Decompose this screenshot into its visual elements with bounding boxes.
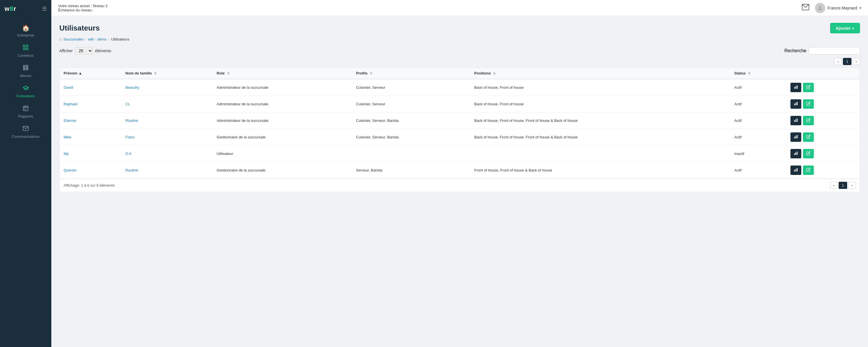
cell-role: Administrateur de la succursale xyxy=(213,96,352,112)
cell-nom[interactable]: CL xyxy=(122,96,213,112)
nom-link[interactable]: Beaudry xyxy=(125,85,139,90)
prenom-link[interactable]: David xyxy=(64,85,73,90)
pagination-bottom: ‹ 1 › xyxy=(830,182,856,189)
cell-actions xyxy=(786,112,860,129)
prenom-link[interactable]: Mike xyxy=(64,135,71,139)
col-positions[interactable]: Positions ⇅ xyxy=(470,68,730,79)
sort-positions-icon: ⇅ xyxy=(493,71,496,75)
hamburger-icon[interactable]: ☰ xyxy=(42,6,47,12)
edit-button[interactable] xyxy=(803,133,814,142)
stats-button[interactable] xyxy=(790,166,801,175)
pagination-top: ‹ 1 › xyxy=(834,58,860,65)
nom-link[interactable]: Folco xyxy=(125,135,134,139)
page-1-button-top[interactable]: 1 xyxy=(843,58,851,65)
edit-button[interactable] xyxy=(803,83,814,92)
cell-actions xyxy=(786,146,860,162)
mail-icon[interactable] xyxy=(802,4,809,12)
home-breadcrumb-icon: ⌂ xyxy=(59,37,62,41)
cell-prenom[interactable]: Mp xyxy=(60,146,122,162)
svg-rect-26 xyxy=(796,119,797,122)
edit-button[interactable] xyxy=(803,116,814,125)
svg-rect-29 xyxy=(796,136,797,138)
stats-button[interactable] xyxy=(790,116,801,125)
formations-icon xyxy=(23,85,29,93)
sidebar-item-rapports[interactable]: Rapports xyxy=(0,101,51,121)
prev-page-button-bottom[interactable]: ‹ xyxy=(830,182,837,189)
cell-status: Actif xyxy=(730,112,786,129)
prenom-link[interactable]: Mp xyxy=(64,151,69,156)
cell-status: Inactif xyxy=(730,146,786,162)
col-nom[interactable]: Nom de famille ⇅ xyxy=(122,68,213,79)
breadcrumb: ⌂ Succursales › w8r - démo › Utilisateur… xyxy=(59,37,860,41)
sort-status-icon: ⇅ xyxy=(748,71,750,75)
svg-rect-4 xyxy=(23,65,25,67)
cell-status: Actif xyxy=(730,129,786,146)
stats-button[interactable] xyxy=(790,83,801,92)
cell-nom[interactable]: Rauline xyxy=(122,112,213,129)
main-wrapper: Votre niveau actuel : Niveau 3 Échéance … xyxy=(51,0,868,347)
col-profils[interactable]: Profils ⇅ xyxy=(352,68,470,79)
prev-page-button-top[interactable]: ‹ xyxy=(834,58,842,65)
edit-button[interactable] xyxy=(803,166,814,175)
cell-status: Actif xyxy=(730,79,786,96)
stats-button[interactable] xyxy=(790,99,801,109)
sidebar-item-label: Contenus xyxy=(18,53,34,58)
col-status[interactable]: Status ⇅ xyxy=(730,68,786,79)
action-btns xyxy=(790,83,856,92)
search-input[interactable] xyxy=(809,47,860,55)
svg-rect-3 xyxy=(26,48,28,50)
next-page-button-top[interactable]: › xyxy=(852,58,860,65)
cell-nom[interactable]: Beaudry xyxy=(122,79,213,96)
cell-nom[interactable]: Rauline xyxy=(122,162,213,179)
nom-link[interactable]: D A xyxy=(125,151,131,156)
next-page-button-bottom[interactable]: › xyxy=(848,182,856,189)
svg-rect-28 xyxy=(794,137,795,138)
chart-icon xyxy=(23,44,29,52)
svg-rect-7 xyxy=(26,67,28,68)
topbar-due: Échéance du niveau : xyxy=(58,8,107,12)
cell-positions xyxy=(470,146,730,162)
sidebar-item-formations[interactable]: Formations xyxy=(0,81,51,101)
communications-icon xyxy=(23,125,29,133)
page-1-button-bottom[interactable]: 1 xyxy=(839,182,847,189)
cell-prenom[interactable]: Mike xyxy=(60,129,122,146)
cell-profils: Cuisinier, Serveur, Barista xyxy=(352,112,470,129)
sidebar-item-communications[interactable]: Communications xyxy=(0,121,51,142)
edit-button[interactable] xyxy=(803,99,814,109)
edit-button[interactable] xyxy=(803,149,814,158)
breadcrumb-demo[interactable]: w8r - démo xyxy=(88,37,106,41)
cell-nom[interactable]: Folco xyxy=(122,129,213,146)
sidebar-item-menus[interactable]: Menus xyxy=(0,60,51,81)
cell-prenom[interactable]: Raphael xyxy=(60,96,122,112)
prenom-link[interactable]: Raphael xyxy=(64,102,77,106)
sidebar-item-contenus[interactable]: Contenus xyxy=(0,40,51,60)
table-row: MikeFolcoGestionnaire de la succursaleCu… xyxy=(60,129,860,146)
user-profile[interactable]: Francis Maynard ▾ xyxy=(815,3,861,13)
cell-prenom[interactable]: Quentin xyxy=(60,162,122,179)
add-user-button[interactable]: Ajouter + xyxy=(830,23,860,33)
page-header: Utilisateurs Ajouter + xyxy=(59,23,860,33)
prenom-link[interactable]: Etienne xyxy=(64,118,76,123)
nom-link[interactable]: CL xyxy=(125,102,130,106)
col-role[interactable]: Role ⇅ xyxy=(213,68,352,79)
rapports-icon xyxy=(23,105,29,113)
nom-link[interactable]: Rauline xyxy=(125,118,138,123)
cell-nom[interactable]: D A xyxy=(122,146,213,162)
sidebar-item-entreprise[interactable]: 🏠 Entreprise xyxy=(0,21,51,40)
cell-actions xyxy=(786,79,860,96)
svg-rect-0 xyxy=(23,45,25,47)
col-actions xyxy=(786,68,860,79)
svg-rect-6 xyxy=(23,67,25,68)
breadcrumb-succursales[interactable]: Succursales xyxy=(63,37,84,41)
topbar: Votre niveau actuel : Niveau 3 Échéance … xyxy=(51,0,868,16)
stats-button[interactable] xyxy=(790,133,801,142)
nom-link[interactable]: Rauline xyxy=(125,168,138,172)
cell-prenom[interactable]: David xyxy=(60,79,122,96)
cell-prenom[interactable]: Etienne xyxy=(60,112,122,129)
entries-select[interactable]: 25 10 50 100 xyxy=(75,47,93,55)
sort-nom-icon: ⇅ xyxy=(154,71,157,75)
cell-role: Gestionnaire de la succursale xyxy=(213,162,352,179)
col-prenom[interactable]: Prénom ▲ xyxy=(60,68,122,79)
stats-button[interactable] xyxy=(790,149,801,158)
prenom-link[interactable]: Quentin xyxy=(64,168,77,172)
